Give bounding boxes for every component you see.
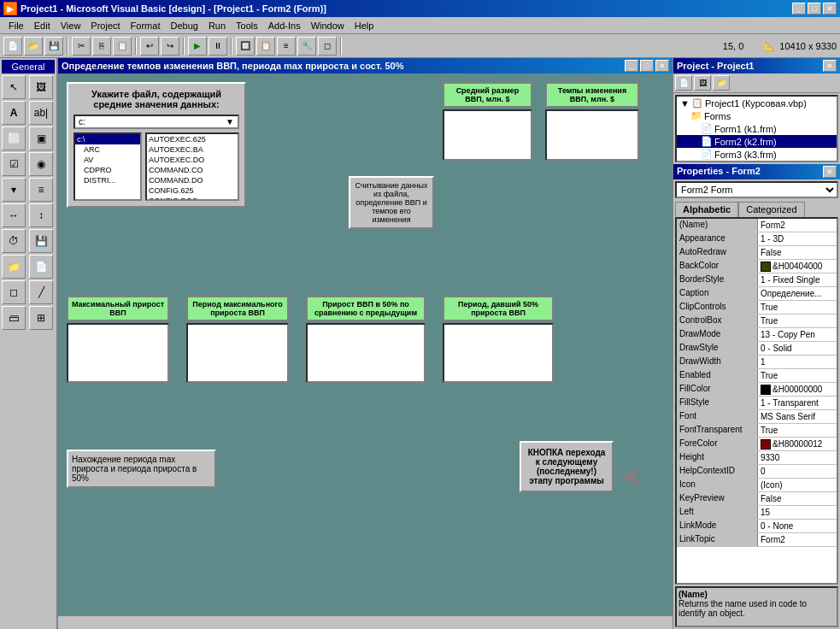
- toolbar-proj[interactable]: 🔲: [236, 37, 255, 56]
- tool-listbox[interactable]: ≡: [29, 178, 53, 202]
- tab-alphabetic[interactable]: Alphabetic: [675, 202, 738, 217]
- file-item-1[interactable]: AUTOEXEC.625: [147, 134, 238, 144]
- title-buttons[interactable]: _ □ ×: [792, 3, 837, 15]
- toolbar-obj[interactable]: ◻: [318, 37, 337, 56]
- props-row[interactable]: Left15: [677, 506, 837, 520]
- dir-list[interactable]: c:\ ARC AV CDPRO DISTRI...: [73, 132, 142, 201]
- file-item-2[interactable]: AUTOEXEC.BA: [147, 144, 238, 155]
- tool-data[interactable]: ⊞: [29, 306, 53, 330]
- minimize-button[interactable]: _: [792, 3, 806, 15]
- view-code-btn[interactable]: 📄: [675, 75, 692, 91]
- project-close[interactable]: ×: [823, 60, 837, 72]
- tool-timer[interactable]: ⏱: [2, 229, 26, 253]
- toolbar-form[interactable]: 📋: [256, 37, 275, 56]
- props-row[interactable]: KeyPreviewFalse: [677, 492, 837, 506]
- next-button[interactable]: КНОПКА перехода к следующему (последнему…: [520, 441, 614, 492]
- props-row[interactable]: ForeColor&H80000012: [677, 438, 837, 451]
- toggle-folders-btn[interactable]: 📁: [713, 75, 730, 91]
- tool-frame[interactable]: ⬜: [2, 126, 26, 150]
- tree-form2[interactable]: 📄 Form2 (k2.frm): [677, 135, 837, 148]
- tree-form1[interactable]: 📄 Form1 (k1.frm): [677, 122, 837, 135]
- toolbar-save[interactable]: 💾: [44, 37, 63, 56]
- props-row[interactable]: DrawWidth1: [677, 356, 837, 369]
- form-scrollbar-h[interactable]: [58, 615, 673, 629]
- toolbar-run[interactable]: ▶: [188, 37, 207, 56]
- props-row[interactable]: BorderStyle1 - Fixed Single: [677, 273, 837, 287]
- period-max-box[interactable]: [186, 323, 289, 383]
- toolbar-cut[interactable]: ✂: [72, 37, 91, 56]
- tool-textbox[interactable]: ab|: [29, 101, 53, 125]
- drive-combo[interactable]: c: ▼: [73, 115, 239, 129]
- tool-cmdbutton[interactable]: ▣: [29, 126, 53, 150]
- close-button[interactable]: ×: [823, 3, 837, 15]
- props-row[interactable]: LinkTopicForm2: [677, 533, 837, 547]
- avg-gdp-box[interactable]: [443, 109, 532, 161]
- menu-help[interactable]: Help: [350, 19, 379, 32]
- view-form-btn[interactable]: 🖼: [694, 75, 711, 91]
- tool-drive[interactable]: 💾: [29, 229, 53, 253]
- menu-view[interactable]: View: [56, 19, 86, 32]
- file-item-3[interactable]: AUTOEXEC.DO: [147, 155, 238, 165]
- props-row[interactable]: LinkMode0 - None: [677, 520, 837, 533]
- tool-checkbox[interactable]: ☑: [2, 152, 26, 176]
- toolbar-menu[interactable]: ≡: [277, 37, 296, 56]
- tool-combobox[interactable]: ▾: [2, 178, 26, 202]
- file-item-4[interactable]: COMMAND.CO: [147, 165, 238, 175]
- menu-edit[interactable]: Edit: [29, 19, 56, 32]
- props-row[interactable]: FontMS Sans Serif: [677, 410, 837, 424]
- form-maximize[interactable]: □: [640, 60, 654, 72]
- props-row[interactable]: HelpContextID0: [677, 465, 837, 479]
- file-item-7[interactable]: CONFIG.DOS: [147, 196, 238, 201]
- tool-file[interactable]: 📄: [29, 255, 53, 279]
- props-object-select[interactable]: Form2 Form: [675, 181, 838, 198]
- menu-tools[interactable]: Tools: [231, 19, 263, 32]
- menu-format[interactable]: Format: [126, 19, 166, 32]
- props-row[interactable]: FillStyle1 - Transparent: [677, 397, 837, 410]
- props-row[interactable]: AutoRedrawFalse: [677, 246, 837, 260]
- tool-line[interactable]: ╱: [29, 280, 53, 304]
- props-row[interactable]: FillColor&H00000000: [677, 383, 837, 397]
- toolbar-paste[interactable]: 📋: [113, 37, 132, 56]
- toolbar-redo[interactable]: ↪: [161, 37, 179, 56]
- project-tree[interactable]: ▼ 📋 Project1 (Курсовая.vbp) 📁 Forms 📄 Fo…: [675, 95, 838, 162]
- toolbar-undo[interactable]: ↩: [140, 37, 159, 56]
- tree-project[interactable]: ▼ 📋 Project1 (Курсовая.vbp): [677, 97, 837, 109]
- dir-item-distri[interactable]: DISTRI...: [75, 175, 140, 185]
- tool-image[interactable]: 🖼: [29, 75, 53, 99]
- dir-item-root[interactable]: c:\: [75, 134, 140, 144]
- toolbar-tb[interactable]: 🔧: [297, 37, 316, 56]
- props-row[interactable]: ControlBoxTrue: [677, 314, 837, 328]
- dir-item-av[interactable]: AV: [75, 155, 140, 165]
- tool-shape[interactable]: ◻: [2, 280, 26, 304]
- menu-window[interactable]: Window: [306, 19, 350, 32]
- props-close[interactable]: ×: [823, 166, 837, 178]
- file-list[interactable]: AUTOEXEC.625 AUTOEXEC.BA AUTOEXEC.DO COM…: [145, 132, 239, 201]
- menu-run[interactable]: Run: [203, 19, 231, 32]
- growth-50-box[interactable]: [306, 323, 426, 383]
- maximize-button[interactable]: □: [808, 3, 821, 15]
- file-item-6[interactable]: CONFIG.625: [147, 185, 238, 196]
- menu-file[interactable]: File: [3, 19, 29, 32]
- tool-optbutton[interactable]: ◉: [29, 152, 53, 176]
- tool-label[interactable]: A: [2, 101, 26, 125]
- tool-dir[interactable]: 📁: [2, 255, 26, 279]
- tool-image2[interactable]: 🗃: [2, 306, 26, 330]
- tree-form3[interactable]: 📄 Form3 (k3.frm): [677, 148, 837, 161]
- props-row[interactable]: Appearance1 - 3D: [677, 232, 837, 246]
- menu-debug[interactable]: Debug: [165, 19, 203, 32]
- props-row[interactable]: CaptionОпределение...: [677, 287, 837, 301]
- props-row[interactable]: Height9330: [677, 451, 837, 465]
- props-row[interactable]: ClipControlsTrue: [677, 301, 837, 314]
- tool-hscroll[interactable]: ↔: [2, 203, 26, 227]
- dir-item-arc[interactable]: ARC: [75, 144, 140, 155]
- tool-pointer[interactable]: ↖: [2, 75, 26, 99]
- tool-vscroll[interactable]: ↕: [29, 203, 53, 227]
- props-row[interactable]: BackColor&H00404000: [677, 260, 837, 273]
- form-minimize[interactable]: _: [625, 60, 638, 72]
- form-close[interactable]: ×: [655, 60, 669, 72]
- props-row[interactable]: Icon(Icon): [677, 479, 837, 492]
- menu-addins[interactable]: Add-Ins: [263, 19, 306, 32]
- props-row[interactable]: (Name)Form2: [677, 219, 837, 232]
- dir-item-cdpro[interactable]: CDPRO: [75, 165, 140, 175]
- toolbar-copy[interactable]: ⎘: [92, 37, 111, 56]
